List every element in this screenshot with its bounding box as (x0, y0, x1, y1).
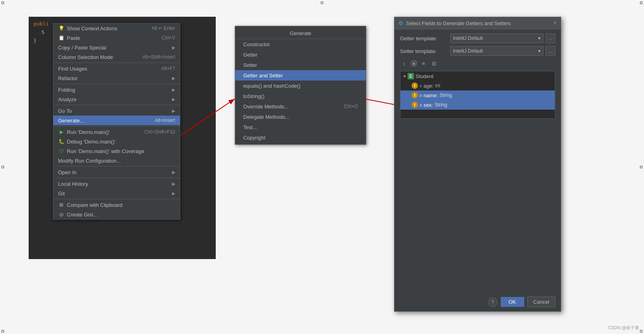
class-icon: C (408, 73, 414, 79)
align2-button[interactable]: ⊟ (429, 59, 438, 68)
dialog-body: Getter template: IntelliJ Default ▾ ... … (394, 29, 561, 124)
menu-item-local-history[interactable]: Local History ▶ (53, 179, 180, 189)
debug-label: Debug 'Demo.main()' (67, 139, 115, 145)
field-name-name: name: (423, 92, 438, 98)
menu-item-folding[interactable]: Folding ▶ (53, 85, 180, 94)
arrow-analyze: ▶ (172, 97, 175, 102)
sep4 (53, 126, 180, 126)
menu-item-modify-run[interactable]: Modify Run Configuration... (53, 156, 180, 165)
tree-item-age[interactable]: f a age: int (400, 81, 555, 90)
run-shortcut: Ctrl+Shift+F10 (144, 129, 175, 135)
gen-item-override-methods[interactable]: Override Methods... Ctrl+O (235, 101, 366, 112)
help-button[interactable]: ? (488, 297, 498, 307)
menu-item-refactor[interactable]: Refactor ▶ (53, 73, 180, 83)
sep5 (53, 166, 180, 167)
field-type-sex: String (435, 102, 447, 108)
sort-button[interactable]: ↕ (400, 59, 409, 68)
align-button[interactable]: ≡ (419, 59, 428, 68)
menu-item-run-coverage[interactable]: 🛡 Run 'Demo.main()' with Coverage (53, 146, 180, 156)
menu-item-run[interactable]: ▶ Run 'Demo.main()' Ctrl+Shift+F10 (53, 127, 180, 137)
find-usages-shortcut: Alt+F7 (161, 66, 175, 71)
cancel-button[interactable]: Cancel (527, 297, 555, 307)
dialog-close-button[interactable]: × (553, 20, 557, 27)
getter-template-value: IntelliJ Default (453, 35, 483, 41)
gen-item-getter-setter[interactable]: Getter and Setter (235, 70, 366, 81)
dialog-title: ⚙ Select Fields to Generate Getters and … (398, 20, 511, 26)
menu-item-copy-paste-special[interactable]: Copy / Paste Special ▶ (53, 43, 180, 52)
setter-template-select[interactable]: IntelliJ Default ▾ (450, 46, 543, 56)
menu-item-paste[interactable]: 📋 Paste Ctrl+V (53, 33, 180, 43)
tree-class-root: ▾ C Student (400, 71, 555, 81)
column-selection-shortcut: Alt+Shift+Insert (142, 54, 175, 60)
generate-menu-title: Generate (235, 28, 366, 39)
getter-dots-label: ... (548, 36, 552, 41)
menu-item-goto[interactable]: Go To ▶ (53, 106, 180, 116)
setter-template-dots-button[interactable]: ... (546, 46, 555, 56)
fields-toolbar: ↕ ● ≡ ⊟ (400, 59, 555, 68)
gen-item-copyright[interactable]: Copyright (235, 132, 366, 143)
gen-item-test[interactable]: Test... (235, 122, 366, 132)
gen-item-tostring[interactable]: toString() (235, 91, 366, 101)
arrow-refactor: ▶ (172, 76, 175, 81)
analyze-label: Analyze (58, 96, 76, 102)
menu-item-open-in[interactable]: Open In ▶ (53, 167, 180, 177)
menu-item-compare-clipboard[interactable]: ⊞ Compare with Clipboard (53, 200, 180, 210)
menu-item-analyze[interactable]: Analyze ▶ (53, 94, 180, 104)
gen-item-equals-hashcode[interactable]: equals() and hashCode() (235, 81, 366, 91)
find-usages-label: Find Usages (58, 66, 87, 72)
sep7 (53, 199, 180, 199)
tostring-label: toString() (243, 93, 264, 99)
menu-item-find-usages[interactable]: Find Usages Alt+F7 (53, 64, 180, 73)
corner-lc (2, 166, 4, 168)
setter-template-label: Setter template: (400, 48, 448, 54)
show-context-shortcut: Alt ↵ Enter (152, 26, 175, 31)
column-selection-label: Column Selection Mode (58, 54, 113, 60)
menu-item-create-gist[interactable]: ◎ Create Gist... (53, 210, 180, 219)
getter-template-label: Getter template: (400, 35, 448, 41)
sep2 (53, 84, 180, 84)
gen-item-setter[interactable]: Setter (235, 60, 366, 70)
local-history-label: Local History (58, 181, 88, 187)
paste-icon: 📋 (58, 35, 64, 41)
goto-label: Go To (58, 108, 72, 114)
dialog-footer: ? OK Cancel (488, 297, 555, 307)
override-methods-shortcut: Ctrl+O (344, 104, 358, 110)
field-access-age: a (420, 83, 422, 88)
gen-item-constructor[interactable]: Constructor (235, 39, 366, 49)
sep3 (53, 105, 180, 105)
gen-item-delegate-methods[interactable]: Delegate Methods... (235, 112, 366, 122)
compare-icon: ⊞ (58, 202, 64, 208)
ok-button[interactable]: OK (501, 297, 524, 307)
tree-item-name[interactable]: f a name: String (400, 90, 555, 100)
open-in-label: Open In (58, 169, 76, 175)
debug-icon: 🐛 (58, 138, 64, 145)
getter-template-select[interactable]: IntelliJ Default ▾ (450, 33, 543, 43)
circle-button[interactable]: ● (410, 60, 418, 67)
watermark: CSDN @徐子童 (608, 325, 639, 331)
test-label: Test... (243, 124, 257, 130)
chevron-down-icon: ▾ (538, 35, 541, 41)
corner-rc (640, 166, 642, 168)
code-line-2: S (41, 28, 45, 37)
menu-item-debug[interactable]: 🐛 Debug 'Demo.main()' (53, 137, 180, 146)
code-line-3: } (33, 37, 37, 45)
copyright-label: Copyright (243, 135, 265, 141)
arrow-local-history: ▶ (172, 181, 175, 187)
tree-expand-icon[interactable]: ▾ (404, 74, 406, 79)
menu-item-git[interactable]: Git ▶ (53, 189, 180, 198)
getter-template-dots-button[interactable]: ... (546, 33, 555, 43)
override-methods-label: Override Methods... (243, 104, 289, 110)
copy-paste-special-label: Copy / Paste Special (58, 45, 106, 51)
gen-item-getter[interactable]: Getter (235, 49, 366, 60)
tree-item-sex[interactable]: f a sex: String (400, 100, 555, 110)
menu-item-generate[interactable]: Generate... Alt+Insert (53, 116, 180, 125)
field-icon-name: f (412, 92, 418, 98)
menu-item-column-selection[interactable]: Column Selection Mode Alt+Shift+Insert (53, 52, 180, 62)
setter-dots-label: ... (548, 49, 552, 53)
arrow-goto: ▶ (172, 108, 175, 114)
field-access-sex: a (420, 102, 422, 107)
arrow-open-in: ▶ (172, 170, 175, 175)
field-icon-sex: f (412, 102, 418, 108)
menu-item-show-context[interactable]: 💡 Show Context Actions Alt ↵ Enter (53, 24, 180, 33)
corner-tl (2, 2, 4, 4)
